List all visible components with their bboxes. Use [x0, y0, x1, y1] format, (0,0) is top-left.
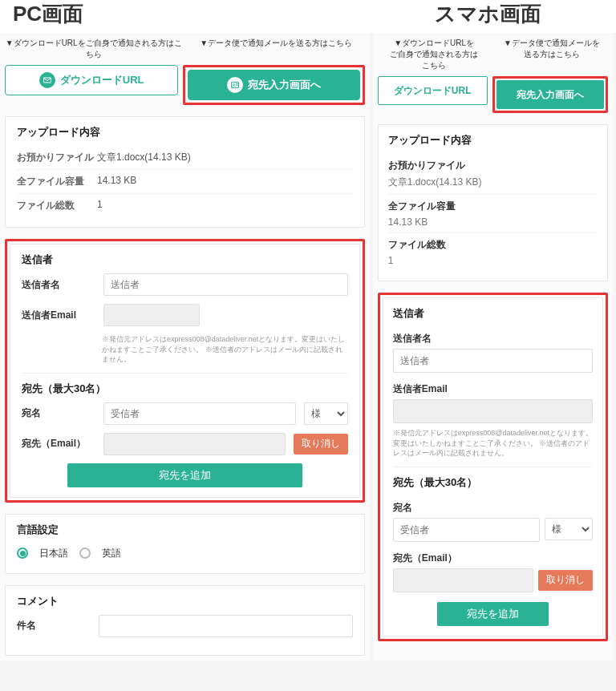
- subject-input[interactable]: [99, 615, 353, 637]
- sender-card-sp: 送信者 送信者名 送信者Email ※発信元アドレスはexpress008@da…: [383, 297, 604, 636]
- radio-en-label: 英語: [102, 547, 121, 560]
- recipient-email-input[interactable]: [103, 433, 286, 455]
- sp-recipient-name-input[interactable]: [393, 518, 541, 542]
- sp-hint-download: ▼ダウンロードURLを ご自身で通知される方は こちら: [378, 38, 491, 71]
- sender-note: ※発信元アドレスはexpress008@datadeliver.netとなります…: [22, 334, 348, 365]
- sp-add-recipient-button[interactable]: 宛先を追加: [437, 602, 549, 626]
- sp-file-val: 文章1.docx(14.13 KB): [388, 176, 598, 189]
- envelope-icon: [39, 72, 55, 88]
- upload-card-sp: アップロード内容 お預かりファイル 文章1.docx(14.13 KB) 全ファ…: [378, 124, 609, 281]
- subject-label: 件名: [17, 619, 91, 632]
- svg-point-2: [233, 84, 235, 86]
- sp-title: スマホ画面: [363, 0, 613, 28]
- sp-size-label: 全ファイル容量: [388, 200, 598, 213]
- sp-count-label: ファイル総数: [388, 238, 598, 252]
- sp-download-url-button[interactable]: ダウンロードURL: [378, 76, 488, 105]
- sender-title: 送信者: [22, 253, 348, 267]
- size-val: 14.13 KB: [97, 175, 136, 188]
- sp-size-val: 14.13 KB: [388, 216, 598, 228]
- sp-count-val: 1: [388, 255, 598, 266]
- sp-sender-email-input[interactable]: [393, 399, 594, 423]
- highlight-frame-sender-pc: 送信者 送信者名 送信者Email ※発信元アドレスはexpress008@da…: [5, 239, 365, 503]
- sp-hint-send: ▼データ便で通知メールを 送る方はこちら: [496, 38, 609, 71]
- download-url-label: ダウンロードURL: [60, 73, 144, 87]
- sp-honorific-select[interactable]: 様: [545, 518, 593, 540]
- sp-sender-name-label: 送信者名: [393, 332, 594, 346]
- file-label: お預かりファイル: [17, 151, 97, 164]
- to-recipients-label: 宛先入力画面へ: [248, 78, 321, 92]
- cancel-button[interactable]: 取り消し: [294, 434, 348, 455]
- to-recipients-button[interactable]: 宛先入力画面へ: [188, 70, 359, 100]
- language-card-pc: 言語設定 日本語 英語: [5, 514, 365, 574]
- sp-recipient-email-label: 宛先（Email）: [393, 552, 594, 565]
- pc-hint-download: ▼ダウンロードURLをご自身で通知される方はこちら: [5, 38, 182, 60]
- sp-to-recipients-label: 宛先入力画面へ: [517, 88, 584, 102]
- radio-en[interactable]: [79, 548, 91, 559]
- highlight-frame-sp: 宛先入力画面へ: [492, 76, 609, 113]
- sender-name-label: 送信者名: [22, 278, 95, 292]
- recipient-name-input[interactable]: [103, 402, 296, 425]
- size-label: 全ファイル容量: [17, 175, 97, 188]
- count-label: ファイル総数: [17, 199, 97, 212]
- honorific-select[interactable]: 様: [304, 402, 348, 425]
- radio-ja-label: 日本語: [39, 547, 68, 560]
- sender-name-input[interactable]: [103, 273, 348, 296]
- sp-cancel-button[interactable]: 取り消し: [538, 570, 593, 591]
- sender-card-pc: 送信者 送信者名 送信者Email ※発信元アドレスはexpress008@da…: [10, 244, 360, 498]
- sp-recipient-name-label: 宛名: [393, 501, 594, 515]
- address-card-icon: [227, 77, 243, 93]
- upload-title: アップロード内容: [17, 125, 353, 139]
- pc-hint-send: ▼データ便で通知メールを送る方はこちら: [187, 38, 364, 60]
- download-url-button[interactable]: ダウンロードURL: [5, 65, 178, 95]
- sp-upload-title: アップロード内容: [388, 133, 598, 147]
- highlight-frame-sender-sp: 送信者 送信者名 送信者Email ※発信元アドレスはexpress008@da…: [378, 293, 609, 641]
- sp-sender-name-input[interactable]: [393, 349, 594, 373]
- comment-card-pc: コメント 件名: [5, 585, 365, 656]
- sp-download-url-label: ダウンロードURL: [394, 84, 472, 98]
- add-recipient-button[interactable]: 宛先を追加: [67, 463, 302, 487]
- upload-card-pc: アップロード内容 お預かりファイル 文章1.docx(14.13 KB) 全ファ…: [5, 116, 365, 228]
- sp-sender-note: ※発信元アドレスはexpress008@datadeliver.netとなります…: [393, 428, 594, 459]
- language-title: 言語設定: [17, 523, 353, 537]
- sp-recipients-title: 宛先（最大30名）: [393, 475, 594, 490]
- recipient-email-label: 宛先（Email）: [22, 437, 95, 451]
- highlight-frame-pc: 宛先入力画面へ: [183, 65, 364, 105]
- sp-to-recipients-button[interactable]: 宛先入力画面へ: [496, 80, 605, 109]
- sender-email-input[interactable]: [103, 304, 200, 326]
- comment-title: コメント: [17, 594, 353, 608]
- sp-file-label: お預かりファイル: [388, 159, 598, 172]
- count-val: 1: [97, 199, 103, 212]
- file-val: 文章1.docx(14.13 KB): [97, 151, 191, 164]
- recipient-name-label: 宛名: [22, 406, 95, 420]
- radio-ja[interactable]: [17, 548, 28, 559]
- sp-recipient-email-input[interactable]: [393, 568, 534, 592]
- sp-sender-email-label: 送信者Email: [393, 382, 594, 396]
- recipients-title: 宛先（最大30名）: [22, 382, 348, 396]
- pc-title: PC画面: [3, 0, 363, 28]
- sender-email-label: 送信者Email: [22, 309, 95, 322]
- sp-sender-title: 送信者: [393, 306, 594, 321]
